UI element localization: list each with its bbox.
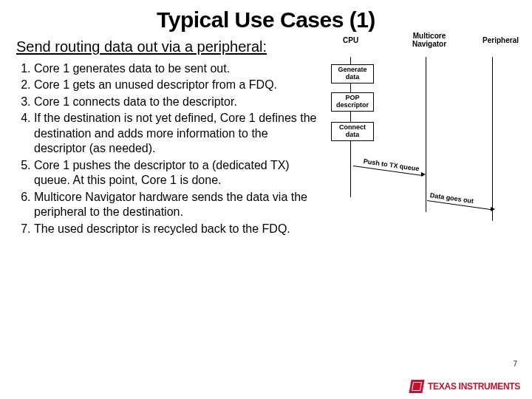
steps-column: Core 1 generates data to be sent out. Co…: [16, 61, 321, 357]
content-row: Core 1 generates data to be sent out. Co…: [16, 61, 516, 357]
list-item: If the destination is not yet defined, C…: [34, 111, 321, 156]
page-number: 7: [513, 360, 517, 368]
box-connect-data: Connect data: [331, 122, 374, 141]
arrow-push-head: [421, 172, 426, 177]
column-label-navigator: MulticoreNavigator: [403, 32, 455, 48]
lifeline-navigator: [426, 57, 426, 212]
slide: Typical Use Cases (1) Send routing data …: [0, 0, 532, 399]
arrow-out-head: [491, 207, 495, 211]
lifeline-peripheral: [492, 57, 493, 221]
page-title: Typical Use Cases (1): [16, 7, 516, 33]
footer: TEXAS INSTRUMENTS: [410, 380, 520, 393]
ti-logo-text: TEXAS INSTRUMENTS: [428, 381, 520, 392]
box-pop-descriptor: POPdescriptor: [331, 92, 374, 112]
message-out: Data goes out: [429, 191, 474, 205]
ti-logo-icon: [409, 380, 424, 393]
ti-logo: TEXAS INSTRUMENTS: [410, 380, 520, 393]
sequence-diagram: CPU MulticoreNavigator Peripheral Genera…: [327, 61, 516, 357]
list-item: Core 1 pushes the descriptor to a (dedic…: [34, 158, 321, 188]
list-item: Core 1 connects data to the descriptor.: [34, 95, 321, 109]
box-generate-data: Generatedata: [331, 64, 374, 83]
list-item: Multicore Navigator hardware sends the d…: [34, 190, 321, 220]
column-label-peripheral: Peripheral: [482, 36, 519, 44]
steps-list: Core 1 generates data to be sent out. Co…: [16, 61, 321, 236]
column-label-cpu: CPU: [343, 36, 358, 44]
list-item: Core 1 gets an unused descriptor from a …: [34, 78, 321, 92]
list-item: The used descriptor is recycled back to …: [34, 222, 321, 236]
list-item: Core 1 generates data to be sent out.: [34, 61, 321, 76]
